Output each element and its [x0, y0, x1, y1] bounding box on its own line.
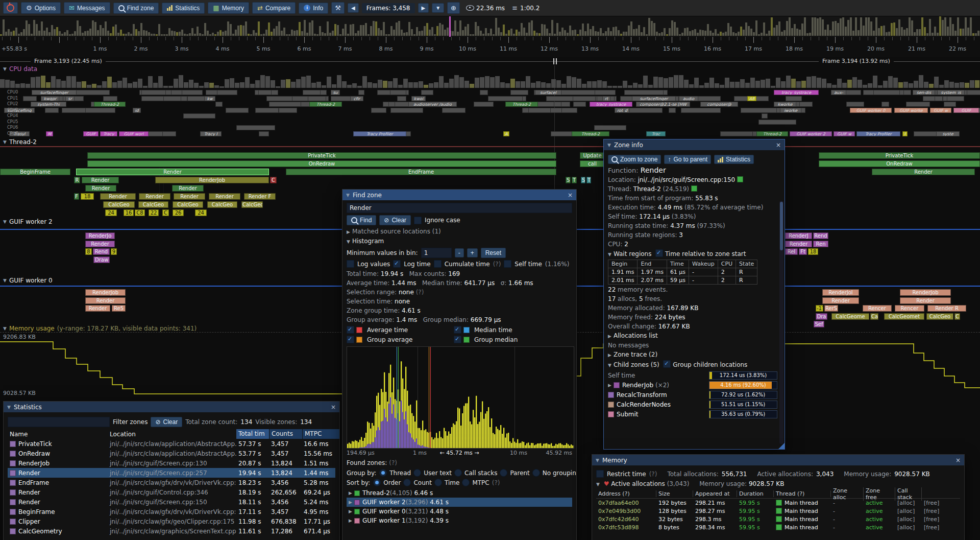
overview-bar[interactable] — [36, 24, 38, 36]
overview-bar[interactable] — [817, 18, 819, 36]
col-location[interactable]: Location — [108, 431, 236, 438]
overview-bar[interactable] — [176, 32, 178, 36]
cpu-zone[interactable] — [681, 108, 720, 113]
timeline-zone[interactable]: T — [572, 177, 577, 183]
overview-bar[interactable] — [464, 27, 467, 36]
overview-bar[interactable] — [916, 29, 918, 36]
timeline-zone[interactable]: C — [162, 209, 169, 216]
timeline-zone[interactable]: EndFrame — [286, 169, 556, 175]
overview-bar[interactable] — [97, 30, 99, 36]
overview-bar[interactable] — [350, 25, 352, 36]
overview-bar[interactable] — [564, 30, 566, 36]
overview-bar[interactable] — [781, 32, 783, 36]
timeline-zone[interactable]: CalcGeo — [926, 313, 953, 320]
overview-bar[interactable] — [283, 28, 285, 36]
timeline-zone[interactable]: -17 — [816, 305, 823, 312]
overview-bar[interactable] — [903, 30, 905, 36]
cpu-zone[interactable] — [906, 102, 930, 107]
overview-bar[interactable] — [148, 32, 150, 36]
overview-bar[interactable] — [612, 27, 615, 36]
overview-bar[interactable] — [143, 30, 145, 36]
messages-button[interactable]: ✉Messages — [64, 2, 110, 14]
cpu-zone[interactable] — [873, 90, 900, 95]
found-zone-group[interactable]: ▶GUIF worker 2 (3,296) 4.61 s — [347, 498, 572, 507]
overview-bar[interactable] — [921, 17, 923, 36]
axis-range[interactable]: ← 45.72 ms → — [440, 450, 479, 456]
time-ruler[interactable]: +55.83 s 1 ms2 ms3 ms4 ms5 ms6 ms7 ms8 m… — [0, 37, 980, 57]
overview-bar[interactable] — [850, 17, 852, 36]
overview-bar[interactable] — [669, 28, 671, 36]
col-thread[interactable]: Thread (?) — [774, 490, 831, 497]
overview-bar[interactable] — [15, 28, 17, 36]
cpu-zone[interactable]: GUIF worker 2 — [790, 131, 832, 136]
overview-bar[interactable] — [373, 21, 375, 36]
cpu-zone[interactable] — [141, 90, 182, 95]
power-button[interactable] — [3, 2, 18, 14]
frame-label-left[interactable]: Frame 3,193 (22.45 ms) — [31, 58, 106, 64]
overview-bar[interactable] — [79, 26, 81, 36]
collapse-icon[interactable]: ▼ — [608, 363, 611, 368]
cpu-zone[interactable] — [206, 90, 217, 95]
cpu-zone[interactable]: kworke — [774, 102, 796, 107]
overview-bar[interactable] — [327, 21, 329, 36]
overview-bar[interactable] — [623, 32, 625, 36]
overview-bar[interactable] — [194, 34, 196, 36]
overview-bar[interactable] — [447, 28, 449, 36]
overview-bar[interactable] — [684, 28, 686, 36]
alloc-callstack-link[interactable]: [alloc] — [895, 516, 922, 523]
overview-bar[interactable] — [914, 32, 916, 36]
overview-bar[interactable] — [771, 17, 773, 36]
close-icon[interactable]: × — [955, 457, 961, 464]
cpu-zone[interactable] — [390, 108, 424, 113]
overview-bar[interactable] — [232, 34, 234, 36]
allocations-list[interactable]: Allocations list — [614, 332, 658, 339]
overview-bar[interactable] — [383, 22, 385, 36]
overview-bar[interactable] — [212, 33, 214, 36]
overview-bar[interactable] — [230, 24, 232, 36]
overview-bar[interactable] — [28, 24, 30, 36]
overview-bar[interactable] — [199, 33, 201, 36]
cpu-zone[interactable]: Tracy — [100, 131, 117, 136]
collapse-icon[interactable]: ▼ — [596, 458, 599, 463]
overview-bar[interactable] — [574, 30, 576, 36]
overview-bar[interactable] — [184, 34, 186, 36]
overview-bar[interactable] — [847, 20, 849, 36]
overview-bar[interactable] — [299, 22, 301, 36]
overview-bar[interactable] — [538, 33, 541, 36]
overview-bar[interactable] — [600, 28, 602, 36]
cpu-zone[interactable]: surfacel — [535, 90, 561, 95]
found-zone-group[interactable]: ▶GUIF worker 1 (3,192) 4.39 s — [347, 516, 572, 525]
overview-bar[interactable] — [291, 30, 293, 36]
cpu-zone[interactable] — [758, 120, 796, 125]
statistics-table-header[interactable]: Name Location Total tim Counts MTPC — [8, 429, 335, 439]
child-zone-row[interactable]: Self time172.14 us (3.83%) — [608, 370, 777, 380]
overview-bar[interactable] — [419, 31, 421, 36]
timeline-zone[interactable]: Update — [580, 152, 605, 159]
overview-bar[interactable] — [18, 34, 20, 36]
overview-bar[interactable] — [569, 26, 571, 36]
timeline-zone[interactable]: Render — [172, 185, 204, 192]
radio-label[interactable]: Thread — [389, 469, 411, 477]
col-zone-alloc[interactable]: Zone alloc — [831, 487, 864, 501]
overview-bar[interactable] — [635, 29, 638, 36]
radio-label[interactable]: MTPC — [472, 479, 489, 486]
overview-bar[interactable] — [87, 31, 89, 36]
overview-bar[interactable] — [396, 22, 398, 36]
overview-bar[interactable] — [653, 23, 655, 36]
overview-bar[interactable] — [431, 27, 433, 36]
overview-bar[interactable] — [832, 21, 834, 36]
overview-bar[interactable] — [750, 29, 752, 36]
collapse-icon[interactable]: ▼ — [3, 219, 7, 224]
overview-bar[interactable] — [924, 27, 926, 36]
overview-bar[interactable] — [796, 29, 798, 36]
overview-bar[interactable] — [48, 32, 51, 36]
overview-bar[interactable] — [835, 21, 837, 36]
stats-row[interactable]: BeginFramejni/../jni/src/claw/gfx/drv/vk… — [8, 507, 335, 516]
timeline-zone[interactable]: Rencer — [863, 305, 892, 312]
free-callstack-link[interactable]: [free] — [922, 516, 944, 523]
cpu-zone[interactable]: I — [902, 131, 908, 136]
cpu-zone[interactable] — [421, 90, 434, 95]
relative-time-checkbox[interactable] — [655, 249, 663, 257]
overview-bar[interactable] — [424, 26, 426, 36]
overview-bar[interactable] — [783, 30, 786, 36]
